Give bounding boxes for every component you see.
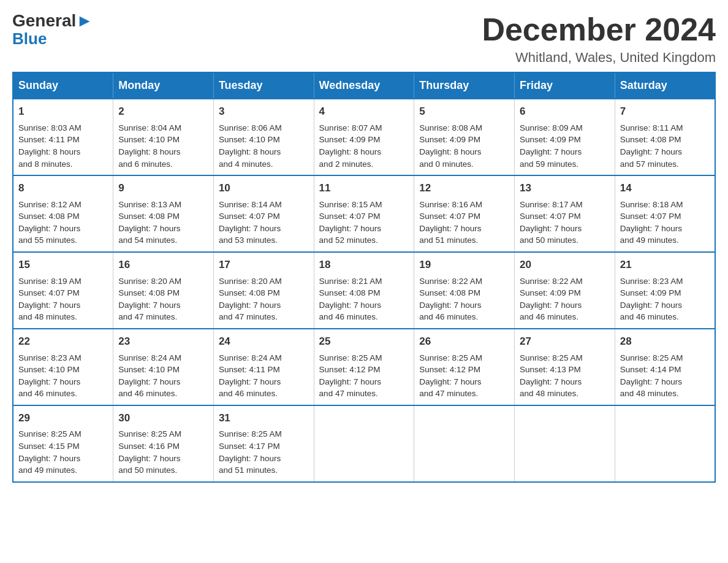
calendar-cell: 30Sunrise: 8:25 AM Sunset: 4:16 PM Dayli… [113,405,214,482]
day-number: 19 [419,258,509,273]
day-number: 8 [18,181,108,196]
calendar-cell: 17Sunrise: 8:20 AM Sunset: 4:08 PM Dayli… [213,252,314,329]
day-info: Sunrise: 8:18 AM Sunset: 4:07 PM Dayligh… [620,199,710,247]
day-number: 18 [319,258,409,273]
logo-top: General► [12,12,93,29]
day-number: 5 [419,104,509,120]
calendar-cell: 15Sunrise: 8:19 AM Sunset: 4:07 PM Dayli… [13,252,113,329]
day-number: 13 [520,181,610,196]
day-info: Sunrise: 8:19 AM Sunset: 4:07 PM Dayligh… [18,275,108,323]
calendar-cell: 4Sunrise: 8:07 AM Sunset: 4:09 PM Daylig… [314,99,414,175]
day-number: 30 [118,411,208,426]
calendar-cell: 29Sunrise: 8:25 AM Sunset: 4:15 PM Dayli… [13,405,113,482]
calendar-cell: 28Sunrise: 8:25 AM Sunset: 4:14 PM Dayli… [615,329,715,405]
day-number: 3 [219,104,309,120]
day-info: Sunrise: 8:22 AM Sunset: 4:08 PM Dayligh… [419,275,509,323]
day-number: 31 [219,411,309,426]
day-number: 20 [520,258,610,273]
day-number: 9 [118,181,208,196]
day-info: Sunrise: 8:23 AM Sunset: 4:09 PM Dayligh… [620,275,710,323]
day-number: 14 [620,181,710,196]
day-info: Sunrise: 8:13 AM Sunset: 4:08 PM Dayligh… [118,199,208,247]
calendar-cell: 14Sunrise: 8:18 AM Sunset: 4:07 PM Dayli… [615,175,715,252]
calendar-cell: 16Sunrise: 8:20 AM Sunset: 4:08 PM Dayli… [113,252,214,329]
day-info: Sunrise: 8:08 AM Sunset: 4:09 PM Dayligh… [419,122,509,170]
calendar-cell: 20Sunrise: 8:22 AM Sunset: 4:09 PM Dayli… [515,252,615,329]
page-header: General► Blue December 2024 Whitland, Wa… [12,12,716,66]
day-info: Sunrise: 8:21 AM Sunset: 4:08 PM Dayligh… [319,275,409,323]
day-info: Sunrise: 8:09 AM Sunset: 4:09 PM Dayligh… [520,122,610,170]
day-info: Sunrise: 8:25 AM Sunset: 4:12 PM Dayligh… [419,352,509,400]
day-info: Sunrise: 8:20 AM Sunset: 4:08 PM Dayligh… [118,275,208,323]
logo: General► Blue [12,12,93,47]
day-info: Sunrise: 8:25 AM Sunset: 4:13 PM Dayligh… [520,352,610,400]
calendar-cell: 11Sunrise: 8:15 AM Sunset: 4:07 PM Dayli… [314,175,414,252]
calendar-cell: 27Sunrise: 8:25 AM Sunset: 4:13 PM Dayli… [515,329,615,405]
day-info: Sunrise: 8:25 AM Sunset: 4:14 PM Dayligh… [620,352,710,400]
calendar-cell: 1Sunrise: 8:03 AM Sunset: 4:11 PM Daylig… [13,99,113,175]
day-number: 4 [319,104,409,120]
day-info: Sunrise: 8:15 AM Sunset: 4:07 PM Dayligh… [319,199,409,247]
month-title: December 2024 [482,12,716,47]
location-subtitle: Whitland, Wales, United Kingdom [482,50,716,66]
weekday-header-friday: Friday [515,72,615,99]
calendar-cell: 21Sunrise: 8:23 AM Sunset: 4:09 PM Dayli… [615,252,715,329]
day-number: 11 [319,181,409,196]
calendar-cell: 6Sunrise: 8:09 AM Sunset: 4:09 PM Daylig… [515,99,615,175]
day-info: Sunrise: 8:07 AM Sunset: 4:09 PM Dayligh… [319,122,409,170]
day-number: 17 [219,258,309,273]
calendar-cell: 3Sunrise: 8:06 AM Sunset: 4:10 PM Daylig… [213,99,314,175]
weekday-header-row: SundayMondayTuesdayWednesdayThursdayFrid… [13,72,715,99]
day-info: Sunrise: 8:11 AM Sunset: 4:08 PM Dayligh… [620,122,710,170]
day-number: 21 [620,258,710,273]
calendar-week-row: 22Sunrise: 8:23 AM Sunset: 4:10 PM Dayli… [13,329,715,405]
day-info: Sunrise: 8:12 AM Sunset: 4:08 PM Dayligh… [18,199,108,247]
day-number: 7 [620,104,710,120]
day-info: Sunrise: 8:06 AM Sunset: 4:10 PM Dayligh… [219,122,309,170]
weekday-header-tuesday: Tuesday [213,72,314,99]
weekday-header-thursday: Thursday [414,72,515,99]
title-section: December 2024 Whitland, Wales, United Ki… [482,12,716,66]
day-number: 16 [118,258,208,273]
calendar-cell: 5Sunrise: 8:08 AM Sunset: 4:09 PM Daylig… [414,99,515,175]
calendar-cell [314,405,414,482]
day-number: 24 [219,334,309,350]
weekday-header-monday: Monday [113,72,214,99]
calendar-cell: 31Sunrise: 8:25 AM Sunset: 4:17 PM Dayli… [213,405,314,482]
day-info: Sunrise: 8:25 AM Sunset: 4:12 PM Dayligh… [319,352,409,400]
weekday-header-sunday: Sunday [13,72,113,99]
day-number: 2 [118,104,208,120]
weekday-header-saturday: Saturday [615,72,715,99]
day-info: Sunrise: 8:17 AM Sunset: 4:07 PM Dayligh… [520,199,610,247]
day-info: Sunrise: 8:03 AM Sunset: 4:11 PM Dayligh… [18,122,108,170]
day-number: 22 [18,334,108,350]
day-number: 12 [419,181,509,196]
calendar-cell: 23Sunrise: 8:24 AM Sunset: 4:10 PM Dayli… [113,329,214,405]
calendar-cell: 24Sunrise: 8:24 AM Sunset: 4:11 PM Dayli… [213,329,314,405]
day-info: Sunrise: 8:25 AM Sunset: 4:17 PM Dayligh… [219,428,309,476]
day-number: 29 [18,411,108,426]
day-number: 6 [520,104,610,120]
calendar-cell: 19Sunrise: 8:22 AM Sunset: 4:08 PM Dayli… [414,252,515,329]
logo-bottom: Blue [12,31,47,47]
day-info: Sunrise: 8:16 AM Sunset: 4:07 PM Dayligh… [419,199,509,247]
calendar-cell: 10Sunrise: 8:14 AM Sunset: 4:07 PM Dayli… [213,175,314,252]
day-number: 10 [219,181,309,196]
calendar-cell: 13Sunrise: 8:17 AM Sunset: 4:07 PM Dayli… [515,175,615,252]
day-info: Sunrise: 8:23 AM Sunset: 4:10 PM Dayligh… [18,352,108,400]
calendar-week-row: 29Sunrise: 8:25 AM Sunset: 4:15 PM Dayli… [13,405,715,482]
calendar-cell: 9Sunrise: 8:13 AM Sunset: 4:08 PM Daylig… [113,175,214,252]
calendar-week-row: 1Sunrise: 8:03 AM Sunset: 4:11 PM Daylig… [13,99,715,175]
calendar-cell: 18Sunrise: 8:21 AM Sunset: 4:08 PM Dayli… [314,252,414,329]
calendar-cell: 26Sunrise: 8:25 AM Sunset: 4:12 PM Dayli… [414,329,515,405]
day-info: Sunrise: 8:25 AM Sunset: 4:16 PM Dayligh… [118,428,208,476]
day-info: Sunrise: 8:04 AM Sunset: 4:10 PM Dayligh… [118,122,208,170]
calendar-week-row: 15Sunrise: 8:19 AM Sunset: 4:07 PM Dayli… [13,252,715,329]
day-number: 15 [18,258,108,273]
day-info: Sunrise: 8:25 AM Sunset: 4:15 PM Dayligh… [18,428,108,476]
day-info: Sunrise: 8:20 AM Sunset: 4:08 PM Dayligh… [219,275,309,323]
day-number: 1 [18,104,108,120]
calendar-week-row: 8Sunrise: 8:12 AM Sunset: 4:08 PM Daylig… [13,175,715,252]
day-number: 27 [520,334,610,350]
calendar-cell [515,405,615,482]
